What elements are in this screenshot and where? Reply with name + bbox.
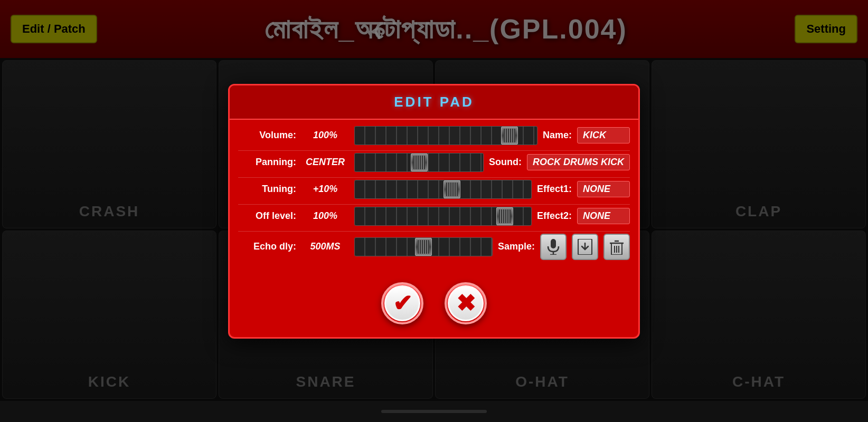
cancel-button[interactable]: ✖ [445,282,487,324]
echodly-slider[interactable] [354,237,493,256]
tuning-thumb[interactable] [444,180,460,198]
panning-slider[interactable] [354,153,484,172]
modal-title: EDIT PAD [240,94,628,110]
offlevel-thumb[interactable] [496,207,513,225]
microphone-button[interactable] [540,234,567,260]
tuning-slider[interactable] [354,180,532,199]
offlevel-row: Off level: 100% Effect2: NONE [238,207,630,226]
delete-button[interactable] [603,234,630,260]
offlevel-label: Off level: [238,210,296,222]
effect2-section: Effect2: NONE [537,208,630,224]
echodly-value: 500MS [301,241,349,252]
offlevel-slider[interactable] [354,207,532,226]
edit-pad-modal: EDIT PAD Volume: 100% Name: KICK Pann [228,84,640,339]
effect2-label: Effect2: [537,210,572,222]
x-icon: ✖ [456,292,476,315]
cancel-icon-container: ✖ [448,285,484,321]
confirm-icon-container: ✔ [384,285,420,321]
effect1-section: Effect1: NONE [537,181,630,197]
divider-2 [238,177,630,178]
divider-3 [238,204,630,205]
panning-thumb[interactable] [411,154,428,171]
effect1-label: Effect1: [537,184,572,195]
modal-overlay: EDIT PAD Volume: 100% Name: KICK Pann [0,0,868,422]
echodly-label: Echo dly: [238,241,296,252]
divider-4 [238,231,630,232]
name-section: Name: KICK [543,127,630,143]
modal-footer: ✔ ✖ [230,272,638,337]
checkmark-icon: ✔ [393,292,412,315]
modal-body: Volume: 100% Name: KICK Panning: CENTER [230,120,638,272]
effect1-value[interactable]: NONE [577,181,630,197]
sound-label: Sound: [489,157,522,168]
panning-value: CENTER [301,157,349,168]
divider-1 [238,150,630,151]
volume-slider[interactable] [354,126,537,145]
sound-section: Sound: ROCK DRUMS KICK [489,154,630,170]
confirm-button[interactable]: ✔ [381,282,423,324]
sample-section: Sample: [498,234,630,260]
panning-row: Panning: CENTER Sound: ROCK DRUMS KICK [238,153,630,172]
volume-value: 100% [301,130,349,141]
echodly-row: Echo dly: 500MS Sample: [238,234,630,260]
volume-label: Volume: [238,130,296,141]
offlevel-value: 100% [301,210,349,222]
effect2-value[interactable]: NONE [577,208,630,224]
tuning-value: +10% [301,184,349,195]
volume-thumb[interactable] [501,127,518,145]
svg-rect-0 [551,239,556,248]
sound-value[interactable]: ROCK DRUMS KICK [527,154,630,170]
sample-label: Sample: [498,241,535,252]
name-value[interactable]: KICK [577,127,630,143]
tuning-row: Tuning: +10% Effect1: NONE [238,180,630,199]
name-label: Name: [543,130,572,141]
modal-header: EDIT PAD [230,85,638,120]
import-button[interactable] [572,234,598,260]
panning-label: Panning: [238,157,296,168]
echodly-thumb[interactable] [415,238,432,256]
tuning-label: Tuning: [238,184,296,195]
volume-row: Volume: 100% Name: KICK [238,126,630,145]
